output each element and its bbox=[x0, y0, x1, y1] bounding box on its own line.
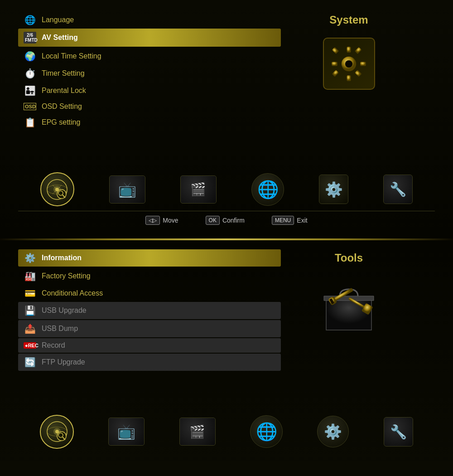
menu-item-ftp[interactable]: 🔄 FTP Upgrade bbox=[18, 354, 281, 371]
globe2-icon-btn[interactable]: 🌐 bbox=[250, 415, 283, 448]
menu-item-av-setting[interactable]: 2/6FMTD AV Setting bbox=[18, 29, 281, 47]
media-icon-btn[interactable]: 🎬 bbox=[180, 175, 217, 204]
usb-upgrade-label: USB Upgrade bbox=[42, 306, 87, 315]
menu-item-information[interactable]: ⚙️ Information bbox=[18, 249, 281, 267]
satellite2-icon-btn[interactable] bbox=[40, 415, 74, 449]
usb-dump-icon: 📤 bbox=[24, 323, 36, 334]
globe-icon-btn[interactable]: 🌐 bbox=[251, 173, 284, 206]
satellite-icon bbox=[46, 178, 68, 201]
menu-item-conditional[interactable]: 💳 Conditional Access bbox=[18, 285, 281, 302]
menu-item-local-time[interactable]: 🌍 Local Time Setting bbox=[18, 48, 281, 65]
menu-item-language[interactable]: 🌐 Language bbox=[18, 11, 281, 29]
local-time-label: Local Time Setting bbox=[42, 52, 101, 60]
parental-icon: 👨‍👧 bbox=[24, 85, 36, 96]
factory-label: Factory Setting bbox=[42, 272, 91, 280]
wrench-small-icon: 🔧 bbox=[390, 181, 406, 197]
language-icon: 🌐 bbox=[24, 15, 36, 25]
conditional-label: Conditional Access bbox=[42, 289, 103, 297]
osd-icon: OSD bbox=[24, 103, 36, 110]
record-label: Record bbox=[42, 341, 65, 350]
globe2-icon: 🌐 bbox=[256, 422, 277, 442]
information-label: Information bbox=[42, 254, 82, 262]
svg-point-1 bbox=[345, 60, 352, 67]
usb-upgrade-icon: 💾 bbox=[24, 305, 36, 316]
exit-key: MENU bbox=[272, 216, 294, 225]
local-time-icon: 🌍 bbox=[24, 51, 36, 62]
epg-icon: 📋 bbox=[24, 117, 36, 128]
tools-title: Tools bbox=[335, 252, 363, 264]
top-nav-bar: ◁▷ Move OK Confirm MENU Exit bbox=[18, 211, 435, 229]
menu-item-factory[interactable]: 🏭 Factory Setting bbox=[18, 267, 281, 285]
menu-item-record[interactable]: ●REC Record bbox=[18, 338, 281, 353]
menu-item-timer[interactable]: ⏱️ Timer Setting bbox=[18, 65, 281, 82]
bottom-icons-row: 📺 🎬 🌐 ⚙️ 🔧 bbox=[18, 408, 435, 451]
tools2-btn[interactable]: 🔧 bbox=[384, 417, 413, 447]
svg-rect-5 bbox=[360, 62, 366, 66]
menu-item-parental[interactable]: 👨‍👧 Parental Lock bbox=[18, 82, 281, 99]
record-icon: ●REC bbox=[24, 342, 36, 349]
gear2-small-icon: ⚙️ bbox=[324, 423, 342, 440]
gear-small-btn[interactable]: ⚙️ bbox=[319, 175, 348, 204]
media2-icon-btn[interactable]: 🎬 bbox=[179, 418, 216, 446]
factory-icon: 🏭 bbox=[24, 271, 36, 282]
parental-label: Parental Lock bbox=[42, 87, 86, 95]
nav-move: ◁▷ Move bbox=[145, 216, 178, 225]
tv2-icon: 📺 bbox=[117, 423, 135, 440]
ftp-label: FTP Upgrade bbox=[42, 358, 85, 366]
gear2-small-btn[interactable]: ⚙️ bbox=[317, 416, 349, 447]
information-icon: ⚙️ bbox=[24, 253, 36, 263]
tools-small-btn[interactable]: 🔧 bbox=[383, 175, 413, 204]
svg-rect-2 bbox=[347, 47, 351, 53]
media2-icon: 🎬 bbox=[189, 424, 205, 439]
exit-label: Exit bbox=[297, 217, 307, 224]
confirm-key: OK bbox=[206, 216, 220, 225]
tools-icon-large bbox=[317, 276, 381, 335]
top-right-panel: System bbox=[294, 11, 403, 165]
gear-icon-large bbox=[328, 44, 369, 84]
confirm-label: Confirm bbox=[222, 217, 245, 224]
satellite2-icon bbox=[46, 420, 68, 443]
ftp-icon: 🔄 bbox=[24, 357, 36, 368]
move-key: ◁▷ bbox=[145, 216, 160, 225]
globe-icon: 🌐 bbox=[257, 180, 279, 199]
svg-rect-3 bbox=[347, 75, 351, 81]
epg-label: EPG setting bbox=[42, 118, 80, 126]
svg-rect-6 bbox=[332, 47, 339, 53]
usb-dump-label: USB Dump bbox=[42, 325, 78, 333]
osd-label: OSD Setting bbox=[42, 102, 82, 111]
nav-confirm: OK Confirm bbox=[206, 216, 245, 225]
system-gear-box bbox=[323, 38, 375, 90]
svg-rect-9 bbox=[355, 70, 361, 77]
tv-icon: 📺 bbox=[118, 181, 136, 198]
bottom-right-panel: Tools bbox=[294, 249, 403, 403]
tools-icon-box bbox=[315, 273, 383, 337]
svg-rect-4 bbox=[332, 62, 337, 66]
media-icon: 🎬 bbox=[190, 182, 206, 197]
top-icons-row: 📺 🎬 🌐 ⚙️ 🔧 bbox=[18, 165, 435, 209]
conditional-icon: 💳 bbox=[24, 288, 36, 299]
nav-exit: MENU Exit bbox=[272, 216, 308, 225]
top-menu-list: 🌐 Language 2/6FMTD AV Setting 🌍 Local Ti… bbox=[18, 11, 281, 165]
satellite-icon-btn[interactable] bbox=[40, 172, 74, 206]
av-icon: 2/6FMTD bbox=[24, 32, 36, 44]
menu-item-usb-upgrade[interactable]: 💾 USB Upgrade bbox=[18, 302, 281, 319]
menu-item-epg[interactable]: 📋 EPG setting bbox=[18, 114, 281, 131]
tv2-icon-btn[interactable]: 📺 bbox=[108, 418, 145, 446]
av-label: AV Setting bbox=[42, 34, 78, 42]
system-title: System bbox=[329, 14, 368, 26]
timer-label: Timer Setting bbox=[42, 69, 85, 78]
svg-rect-8 bbox=[332, 70, 339, 77]
svg-rect-7 bbox=[355, 47, 361, 53]
menu-item-osd[interactable]: OSD OSD Setting bbox=[18, 99, 281, 114]
bottom-menu-list: ⚙️ Information 🏭 Factory Setting 💳 Condi… bbox=[18, 249, 281, 403]
language-label: Language bbox=[42, 16, 74, 24]
timer-icon: ⏱️ bbox=[24, 68, 36, 79]
bottom-section: ⚙️ Information 🏭 Factory Setting 💳 Condi… bbox=[0, 240, 453, 476]
move-label: Move bbox=[163, 217, 178, 224]
menu-item-usb-dump[interactable]: 📤 USB Dump bbox=[18, 320, 281, 337]
tools2-icon: 🔧 bbox=[390, 424, 407, 440]
gear-small-icon: ⚙️ bbox=[325, 181, 343, 198]
tv-icon-btn[interactable]: 📺 bbox=[109, 175, 145, 204]
